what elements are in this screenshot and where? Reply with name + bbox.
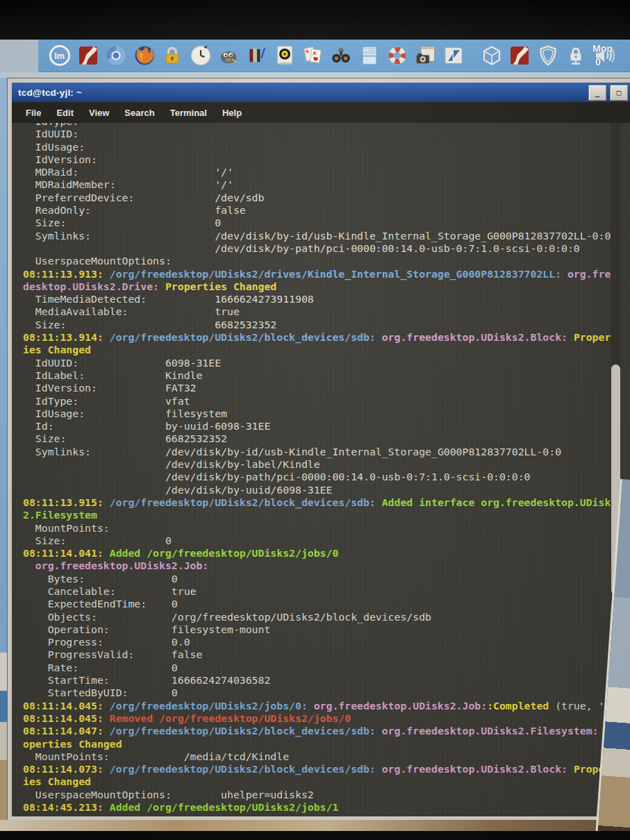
terminal-line: 08:11:14.073: /org/freedesktop/UDisks2/b… [23,763,623,789]
taskbar-panel: lmKA Mon 0 [38,40,630,72]
terminal-line: Progress: 0.0 [23,636,623,648]
terminal-line: IdLabel: Kindle [23,369,623,382]
terminal-line: org.freedesktop.UDisks2.Job: [23,560,623,572]
terminal-window: tcd@tcd-yjl: ~ _□× FileEditViewSearchTer… [7,78,630,821]
menu-item-edit[interactable]: Edit [53,106,76,119]
terminal-line: /dev/disk/by-path/pci-0000:00:14.0-usb-0… [23,471,623,483]
screenshot-tool-icon[interactable] [413,42,438,69]
window-controls: _□× [588,85,630,101]
menu-item-file[interactable]: File [23,106,44,119]
terminal-line: IdVersion: [23,153,623,166]
desktop-sliver [0,72,630,78]
terminal-line: Operation: filesystem-mount [23,623,623,636]
terminal-line: Rate: 0 [23,662,623,674]
terminal-line: MountPoints: [23,522,623,535]
terminal-line: ReadOnly: false [23,204,623,217]
desk-background [0,820,630,831]
photo-top-band [0,0,630,40]
terminal-line: IdUsage: [23,141,623,153]
terminal-line: MDRaidMember: '/' [23,178,623,191]
photo-bottom-band [0,831,630,840]
terminal-line: Symlinks: /dev/disk/by-id/usb-Kindle_Int… [23,230,623,242]
terminal-line: StartTime: 1666624274036582 [23,674,623,687]
menu-item-search[interactable]: Search [122,106,157,119]
terminal-line: IdType: vfat [23,395,623,408]
padlock-icon[interactable] [160,42,185,69]
terminal-line: 08:14:45.213: Added /org/freedesktop/UDi… [23,801,623,814]
clock-icon[interactable] [188,42,213,69]
binoculars-icon[interactable] [329,42,354,69]
window-title: tcd@tcd-yjl: ~ [12,87,82,98]
journey-icon[interactable] [76,42,101,69]
panel-left-area [0,40,38,72]
terminal-line: /dev/disk/by-path/pci-0000:00:14.0-usb-0… [23,242,623,255]
gimp-icon[interactable] [216,42,241,69]
terminal-line: MDRaid: '/' [23,166,623,178]
terminal-line: IdUUID: [23,128,623,140]
terminal-line: UserspaceMountOptions: uhelper=udisks2 [23,789,623,801]
terminal-line: IdUUID: 6098-31EE [23,357,623,369]
terminal-line: Size: 0 [23,535,623,547]
terminal-line: StartedByUID: 0 [23,687,623,699]
terminal-line: PreferredDevice: /dev/sdb [23,192,623,204]
photo-left-edge [0,691,7,722]
window-switcher-icon[interactable] [441,42,466,69]
clock-day: Mon [592,42,630,56]
photo-left-edge [0,722,7,760]
menu-bar: FileEditViewSearchTerminalHelp [12,102,630,123]
panel-clock[interactable]: Mon 0 [592,42,630,69]
terminal-line: MountPoints: /media/tcd/Kindle [23,750,623,763]
cabinet-icon[interactable] [357,42,382,69]
menu-item-help[interactable]: Help [219,106,244,119]
terminal-output: IdType: IdUUID: IdUsage: IdVersion: MDRa… [23,123,630,814]
terminal-line: /dev/disk/by-label/Kindle [23,458,623,471]
photo-of-screen: lmKA Mon 0 tcd@tcd-yjl: ~ _□× FileEditVi… [0,0,630,840]
terminal-line: /dev/disk/by-uuid/6098-31EE [23,484,623,496]
lifebuoy-icon[interactable] [385,42,410,69]
photo-left-edge [0,760,7,821]
terminal-line: Objects: /org/freedesktop/UDisks2/block_… [23,611,623,623]
menu-item-view[interactable]: View [86,106,112,119]
firefox-icon[interactable] [132,42,157,69]
terminal-line: Size: 6682532352 [23,432,623,445]
playing-cards-icon[interactable]: KA [301,42,326,69]
terminal-line: 08:11:13.913: /org/freedesktop/UDisks2/d… [23,268,623,294]
terminal-line: Symlinks: /dev/disk/by-id/usb-Kindle_Int… [23,446,623,458]
screen-lock-icon[interactable] [563,42,588,69]
terminal-line: ExpectedEndTime: 0 [23,598,623,610]
terminal-line: 08:11:14.045: Removed /org/freedesktop/U… [23,712,623,725]
taskbar-icons: lmKA [47,42,620,69]
menu-item-terminal[interactable]: Terminal [167,106,210,119]
svg-text:lm: lm [54,51,65,61]
shield-icon[interactable] [536,42,561,69]
terminal-line: Bytes: 0 [23,573,623,585]
terminal-line: IdUsage: filesystem [23,408,623,420]
calibre-icon[interactable] [244,42,270,69]
terminal-line: Cancelable: true [23,585,623,598]
mint-menu-icon[interactable]: lm [47,42,72,69]
terminal-line: 08:11:13.914: /org/freedesktop/UDisks2/b… [23,331,623,357]
terminal-line: 08:11:13.915: /org/freedesktop/UDisks2/b… [23,496,623,522]
maximize-button[interactable]: □ [610,85,628,101]
window-titlebar[interactable]: tcd@tcd-yjl: ~ _□× [12,83,630,102]
clock-time: 0 [592,56,630,69]
terminal-line: MediaAvailable: true [23,305,623,318]
terminal-line: Size: 6682532352 [23,319,623,331]
speaker-box-icon[interactable] [272,42,297,69]
terminal-line: ProgressValid: false [23,648,623,661]
chromium-icon[interactable] [103,42,129,69]
terminal-line: Id: by-uuid-6098-31EE [23,420,623,432]
terminal-screen[interactable]: IdType: IdUUID: IdUsage: IdVersion: MDRa… [12,123,630,816]
minimize-button[interactable]: _ [588,85,606,101]
terminal-line: IdType: [23,123,623,128]
journey-icon[interactable] [507,42,532,69]
terminal-line: 08:11:14.045: /org/freedesktop/UDisks2/j… [23,700,623,712]
terminal-line: TimeMediaDetected: 1666624273911908 [23,293,623,305]
terminal-line: 08:11:14.041: Added /org/freedesktop/UDi… [23,547,623,560]
photo-left-edge [0,653,7,691]
box-outline-icon[interactable] [479,42,504,69]
svg-text:A: A [312,51,316,57]
terminal-line: 08:11:14.047: /org/freedesktop/UDisks2/b… [23,725,623,750]
terminal-line: Size: 0 [23,217,623,229]
terminal-line: UserspaceMountOptions: [23,255,623,267]
